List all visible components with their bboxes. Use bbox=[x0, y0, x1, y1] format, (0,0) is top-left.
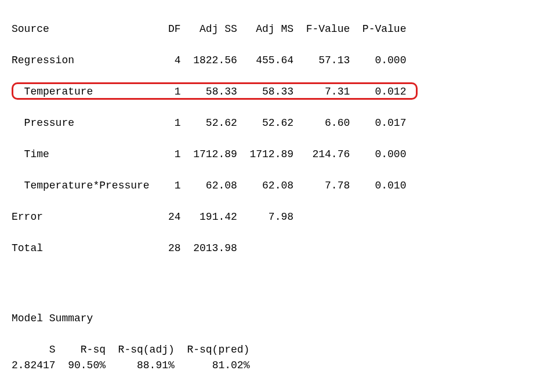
anova-row-pressure: Pressure152.6252.626.600.017 bbox=[12, 115, 539, 131]
col-adjms: Adj MS bbox=[237, 21, 293, 37]
col-adjss: Adj SS bbox=[181, 21, 237, 37]
anova-row-regression: Regression41822.56455.6457.130.000 bbox=[12, 53, 539, 68]
model-summary-header: SR-sqR-sq(adj)R-sq(pred) bbox=[12, 342, 539, 358]
anova-row-error: Error24191.427.98 bbox=[12, 209, 539, 225]
anova-header-row: SourceDFAdj SSAdj MSF-ValueP-Value bbox=[12, 21, 539, 37]
anova-row-temperature: Temperature158.3358.337.310.012 bbox=[12, 84, 539, 100]
model-summary-title: Model Summary bbox=[12, 311, 539, 326]
col-source: Source bbox=[12, 21, 155, 37]
anova-row-total: Total282013.98 bbox=[12, 241, 539, 256]
model-summary-section: Model Summary SR-sqR-sq(adj)R-sq(pred) 2… bbox=[12, 311, 539, 373]
anova-row-temp-pressure: Temperature*Pressure162.0862.087.780.010 bbox=[12, 178, 539, 194]
model-summary-values: 2.8241790.50%88.91%81.02% bbox=[12, 358, 539, 373]
col-df: DF bbox=[155, 21, 180, 37]
anova-row-time: Time11712.891712.89214.760.000 bbox=[12, 147, 539, 162]
col-fvalue: F-Value bbox=[293, 21, 350, 37]
col-pvalue: P-Value bbox=[350, 21, 406, 37]
anova-table: SourceDFAdj SSAdj MSF-ValueP-Value Regre… bbox=[12, 6, 539, 288]
